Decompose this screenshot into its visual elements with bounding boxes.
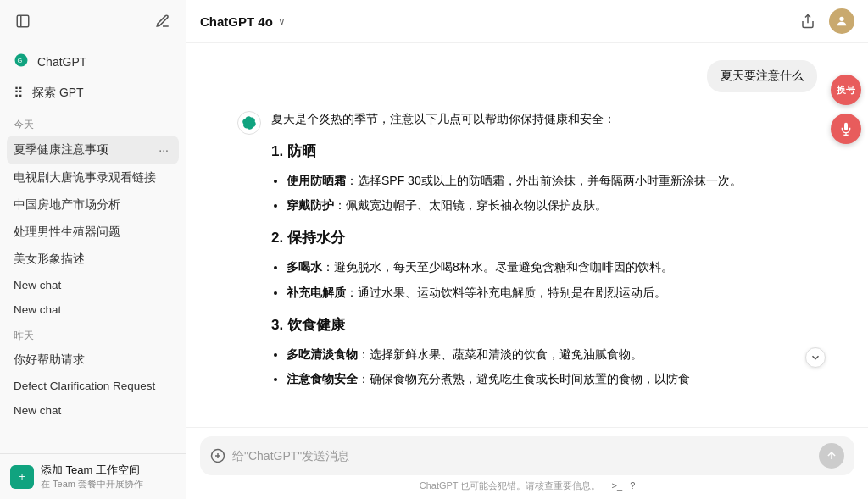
yesterday-section-label: 昨天 [7, 322, 179, 347]
list-item: 补充电解质：通过水果、运动饮料等补充电解质，特别是在剧烈运动后。 [287, 283, 817, 303]
today-section-label: 今天 [7, 111, 179, 136]
terminal-icon[interactable]: >_ [612, 480, 623, 491]
sidebar-item-health[interactable]: 处理男性生殖器问题 [7, 219, 179, 246]
chat-item-text: 中国房地产市场分析 [14, 197, 172, 213]
chat-item-menu-icon[interactable]: ··· [155, 141, 172, 158]
sidebar-item-tv[interactable]: 电视剧大唐诡事录观看链接 [7, 164, 179, 191]
sidebar-item-summer[interactable]: 夏季健康注意事项 ··· [7, 136, 179, 164]
footer-title: 添加 Team 工作空间 [41, 463, 143, 478]
sidebar-list: 今天 夏季健康注意事项 ··· 电视剧大唐诡事录观看链接 中国房地产市场分析 处… [0, 111, 186, 453]
scroll-down-indicator[interactable] [805, 347, 826, 368]
swap-button[interactable]: 换号 [831, 75, 861, 105]
chat-item-text: 夏季健康注意事项 [14, 142, 155, 158]
section-2-list: 多喝水：避免脱水，每天至少喝8杯水。尽量避免含糖和含咖啡因的饮料。 补充电解质：… [271, 258, 817, 303]
input-wrapper [200, 436, 854, 475]
share-button[interactable] [795, 10, 821, 32]
header-right [795, 8, 854, 34]
assistant-avatar [237, 111, 261, 135]
input-bar: ChatGPT 也可能会犯错。请核查重要信息。 >_ ? [186, 427, 868, 499]
sidebar-chatgpt-label: ChatGPT [37, 55, 86, 69]
toggle-sidebar-button[interactable] [12, 10, 34, 32]
user-bubble: 夏天要注意什么 [707, 60, 817, 92]
list-item: 多喝水：避免脱水，每天至少喝8杯水。尽量避免含糖和含咖啡因的饮料。 [287, 258, 817, 278]
chat-item-text: New chat [14, 404, 172, 417]
sidebar-item-beauty[interactable]: 美女形象描述 [7, 246, 179, 273]
section-3-title: 3. 饮食健康 [271, 313, 817, 338]
list-item: 注意食物安全：确保食物充分煮熟，避免吃生食或长时间放置的食物，以防食 [287, 369, 817, 390]
section-3-list: 多吃清淡食物：选择新鲜水果、蔬菜和清淡的饮食，避免油腻食物。 注意食物安全：确保… [271, 345, 817, 391]
new-chat-button[interactable] [152, 10, 174, 32]
list-item: 多吃清淡食物：选择新鲜水果、蔬菜和清淡的饮食，避免油腻食物。 [287, 345, 817, 365]
sidebar-item-chatgpt[interactable]: G ChatGPT [7, 46, 179, 78]
sidebar-item-help[interactable]: 你好帮助请求 [7, 347, 179, 374]
chat-item-text: 美女形象描述 [14, 252, 172, 267]
chat-content: 夏天要注意什么 夏天是个炎热的季节，注意以下几点可以帮助你保持健康和安全： 1.… [186, 43, 868, 427]
section-2-title: 2. 保持水分 [271, 226, 817, 251]
user-message-wrapper: 夏天要注意什么 [237, 60, 817, 92]
sidebar-item-newchat3[interactable]: New chat [7, 398, 179, 423]
assistant-content: 夏天是个炎热的季节，注意以下几点可以帮助你保持健康和安全： 1. 防晒 使用防晒… [271, 109, 817, 395]
chevron-down-icon[interactable]: ∨ [278, 15, 286, 27]
footer-disclaimer: ChatGPT 也可能会犯错。请核查重要信息。 [420, 480, 601, 491]
sidebar: G ChatGPT ⠿ 探索 GPT 今天 夏季健康注意事项 ··· 电视剧大唐… [0, 0, 186, 499]
sidebar-top [0, 0, 186, 42]
float-buttons: 换号 [824, 68, 868, 151]
sidebar-explore-label: 探索 GPT [32, 86, 84, 101]
input-footer: ChatGPT 也可能会犯错。请核查重要信息。 >_ ? [200, 480, 854, 492]
avatar[interactable] [829, 8, 854, 34]
sidebar-item-realestate[interactable]: 中国房地产市场分析 [7, 191, 179, 219]
main-header: ChatGPT 4o ∨ [186, 0, 868, 43]
chat-item-text: 你好帮助请求 [14, 352, 172, 368]
svg-rect-0 [17, 15, 29, 27]
sidebar-nav: G ChatGPT ⠿ 探索 GPT [0, 42, 186, 111]
chat-item-text: Defect Clarification Request [14, 380, 172, 392]
chatgpt-icon: G [14, 53, 29, 71]
explore-icon: ⠿ [14, 85, 24, 101]
chat-input[interactable] [232, 446, 812, 466]
footer-text: 添加 Team 工作空间 在 Team 套餐中开展协作 [41, 463, 143, 491]
team-icon: + [10, 465, 34, 489]
model-name: ChatGPT 4o [200, 14, 273, 29]
sidebar-item-newchat1[interactable]: New chat [7, 273, 179, 297]
sidebar-footer[interactable]: + 添加 Team 工作空间 在 Team 套餐中开展协作 [0, 453, 186, 499]
chat-item-text: 电视剧大唐诡事录观看链接 [14, 170, 172, 186]
list-item: 使用防晒霜：选择SPF 30或以上的防晒霜，外出前涂抹，并每隔两小时重新涂抹一次… [287, 171, 817, 191]
chat-item-text: 处理男性生殖器问题 [14, 225, 172, 240]
sidebar-item-explore[interactable]: ⠿ 探索 GPT [7, 78, 179, 108]
svg-text:G: G [18, 57, 23, 64]
sidebar-item-newchat2[interactable]: New chat [7, 297, 179, 322]
section-1-title: 1. 防晒 [271, 140, 817, 164]
chat-item-text: New chat [14, 279, 172, 291]
footer-sub: 在 Team 套餐中开展协作 [41, 478, 143, 491]
section-1-list: 使用防晒霜：选择SPF 30或以上的防晒霜，外出前涂抹，并每隔两小时重新涂抹一次… [271, 171, 817, 217]
svg-point-5 [839, 17, 843, 21]
list-item: 穿戴防护：佩戴宽边帽子、太阳镜，穿长袖衣物以保护皮肤。 [287, 196, 817, 216]
help-icon[interactable]: ? [630, 480, 635, 491]
main-panel: ChatGPT 4o ∨ 夏天要注意什么 [186, 0, 868, 499]
header-left: ChatGPT 4o ∨ [200, 14, 286, 29]
assistant-intro: 夏天是个炎热的季节，注意以下几点可以帮助你保持健康和安全： [271, 109, 817, 130]
chat-item-text: New chat [14, 303, 172, 316]
mic-button[interactable] [831, 114, 861, 144]
sidebar-item-defect[interactable]: Defect Clarification Request [7, 374, 179, 398]
send-button[interactable] [819, 443, 844, 469]
attach-button[interactable] [210, 448, 225, 463]
assistant-message-row: 夏天是个炎热的季节，注意以下几点可以帮助你保持健康和安全： 1. 防晒 使用防晒… [237, 109, 817, 395]
